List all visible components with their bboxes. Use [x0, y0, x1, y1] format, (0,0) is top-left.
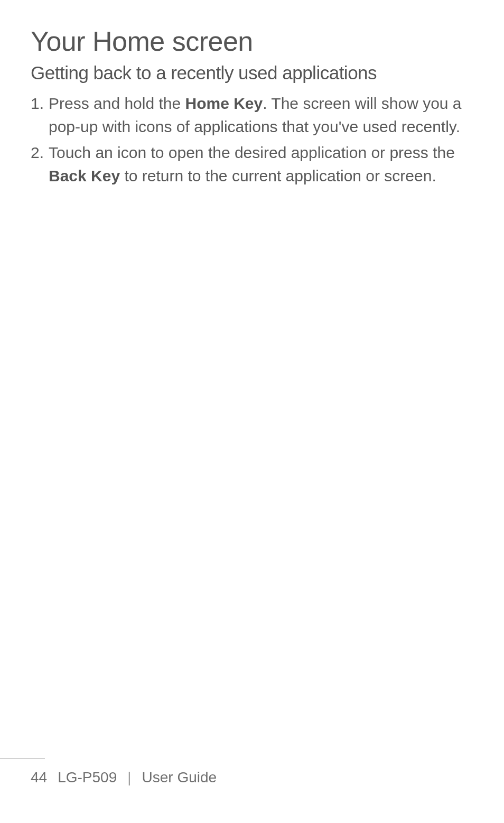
list-item: 1. Press and hold the Home Key. The scre…: [31, 92, 473, 138]
steps-list: 1. Press and hold the Home Key. The scre…: [31, 92, 473, 187]
page-title: Your Home screen: [31, 25, 473, 57]
page-footer: 44 LG-P509 | User Guide: [0, 758, 504, 786]
subsection-heading: Getting back to a recently used applicat…: [31, 62, 473, 84]
home-key-label: Home Key: [185, 95, 263, 112]
footer-separator: |: [127, 769, 131, 786]
step-body: Touch an icon to open the desired applic…: [49, 141, 473, 187]
step-marker: 1.: [31, 92, 49, 138]
step-marker: 2.: [31, 141, 49, 187]
step-text-pre: Touch an icon to open the desired applic…: [49, 144, 455, 161]
step-body: Press and hold the Home Key. The screen …: [49, 92, 473, 138]
step-text-post: to return to the current application or …: [120, 167, 436, 184]
page-number: 44: [31, 769, 47, 786]
step-text-pre: Press and hold the: [49, 95, 185, 112]
footer-model: LG-P509: [58, 769, 117, 786]
page-content: Your Home screen Getting back to a recen…: [0, 0, 504, 187]
list-item: 2. Touch an icon to open the desired app…: [31, 141, 473, 187]
footer-line: 44 LG-P509 | User Guide: [31, 769, 473, 786]
footer-rule: [0, 758, 45, 759]
back-key-label: Back Key: [49, 167, 120, 184]
footer-doc-label: User Guide: [142, 769, 217, 786]
